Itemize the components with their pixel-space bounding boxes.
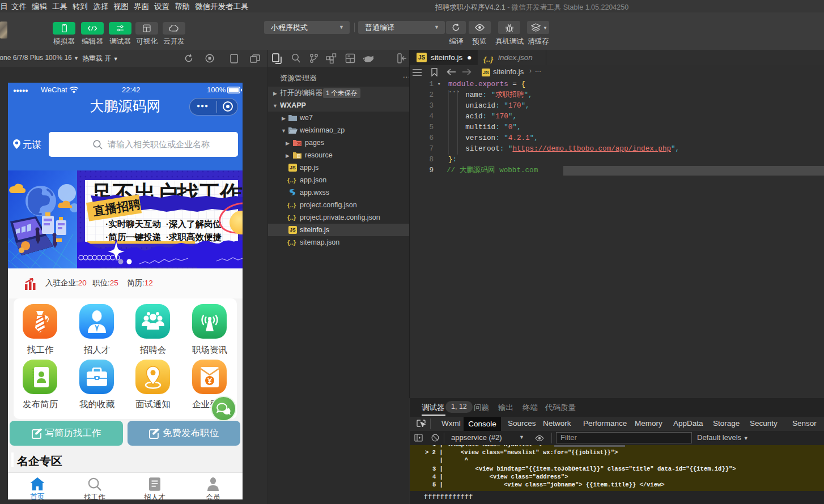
svg-text:·简历一键投递 ·求职高效便捷: ·简历一键投递 ·求职高效便捷	[105, 232, 222, 242]
svg-text:·实时聊天互动 ·深入了解岗位: ·实时聊天互动 ·深入了解岗位	[105, 219, 222, 229]
